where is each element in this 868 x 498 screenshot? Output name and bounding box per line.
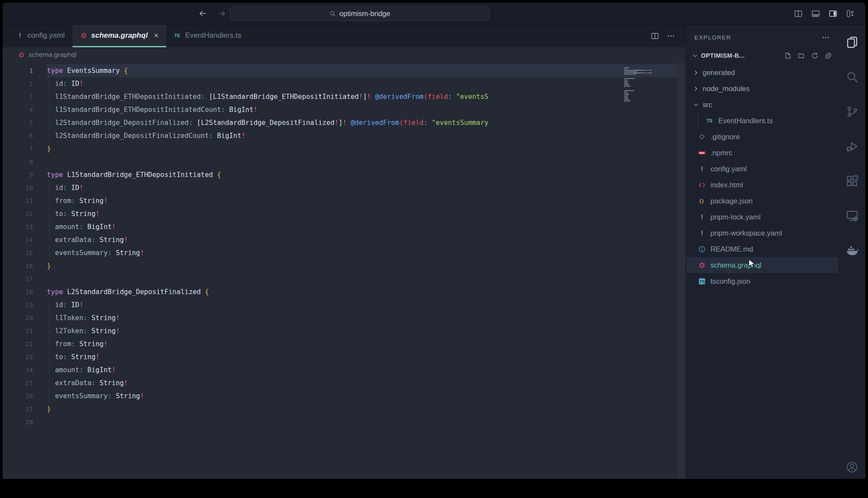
breadcrumb-label: schema.graphql: [29, 51, 76, 59]
activity-account[interactable]: [838, 461, 865, 474]
tab-label: config.yaml: [27, 31, 65, 40]
line-number: 14: [3, 233, 33, 246]
line-number: 10: [3, 181, 33, 194]
activity-extensions[interactable]: [838, 164, 865, 198]
npm-icon: npm: [697, 149, 707, 157]
code-line-17[interactable]: 17: [3, 272, 686, 285]
activity-remote-explorer[interactable]: [838, 198, 865, 233]
file-pnpm-workspace-yaml[interactable]: pnpm-workspace.yaml: [686, 225, 838, 241]
new-file-icon[interactable]: [784, 52, 792, 59]
file-readme-md[interactable]: README.md: [686, 241, 838, 257]
code-line-12[interactable]: 12 to: String!: [3, 207, 686, 220]
code-line-24[interactable]: 24 amount: BigInt!: [3, 364, 686, 377]
svg-text:TS: TS: [700, 279, 704, 284]
code-line-14[interactable]: 14 extraData: String!: [3, 233, 686, 246]
line-number: 5: [3, 116, 33, 129]
layout-controls: [794, 3, 855, 24]
customize-layout-icon[interactable]: [846, 9, 855, 18]
code-line-9[interactable]: 9type L1StandardBridge_ETHDepositInitiat…: [3, 168, 686, 181]
code-line-11[interactable]: 11 from: String!: [3, 194, 686, 207]
search-icon: [329, 10, 336, 17]
file-pnpm-lock-yaml[interactable]: pnpm-lock.yaml: [686, 209, 838, 225]
breadcrumb[interactable]: schema.graphql: [3, 47, 686, 62]
line-number: 25: [3, 377, 33, 390]
editor-scrollbar[interactable]: [677, 62, 686, 479]
code-line-3[interactable]: 3 l1StandardBridge_ETHDepositInitiated: …: [3, 90, 686, 103]
split-editor-icon[interactable]: [651, 32, 659, 40]
line-number: 21: [3, 324, 33, 337]
code-line-13[interactable]: 13 amount: BigInt!: [3, 220, 686, 233]
code-line-5[interactable]: 5 l2StandardBridge_DepositFinalized: [L2…: [3, 116, 686, 129]
activity-run-debug[interactable]: [838, 129, 865, 164]
tab-eventhandlers-ts[interactable]: TSEventHandlers.ts: [166, 25, 249, 47]
forward-arrow-icon[interactable]: [217, 9, 227, 18]
code-line-6[interactable]: 6 l2StandardBridge_DepositFinalizedCount…: [3, 129, 686, 142]
tab-schema-graphql[interactable]: schema.graphql×: [72, 25, 166, 47]
run-debug-icon: [845, 140, 859, 153]
split-editor-icon[interactable]: [794, 9, 803, 18]
file-schema-graphql[interactable]: schema.graphql: [686, 257, 838, 273]
code-line-1[interactable]: 1type EventsSummary {: [3, 64, 686, 77]
more-actions-icon[interactable]: [667, 32, 675, 40]
chevron-down-icon: [692, 53, 698, 59]
command-center[interactable]: optimism-bridge: [230, 6, 490, 21]
explorer-header: EXPLORER: [686, 28, 838, 46]
folder-node-modules[interactable]: node_modules: [686, 81, 838, 97]
code-line-4[interactable]: 4 l1StandardBridge_ETHDepositInitiatedCo…: [3, 103, 686, 116]
code-editor[interactable]: 1type EventsSummary {2 id: ID!3 l1Standa…: [3, 62, 686, 479]
line-number: 23: [3, 351, 33, 364]
code-line-19[interactable]: 19 id: ID!: [3, 298, 686, 311]
code-line-23[interactable]: 23 to: String!: [3, 351, 686, 364]
code-line-22[interactable]: 22 from: String!: [3, 337, 686, 351]
file-package-json[interactable]: {}package.json: [686, 193, 838, 209]
file-gitignore[interactable]: .gitignore: [686, 129, 838, 145]
refresh-icon[interactable]: [811, 52, 819, 59]
code-line-8[interactable]: 8: [3, 155, 686, 168]
code-line-28[interactable]: 28: [3, 416, 686, 429]
svg-text:{}: {}: [699, 199, 704, 203]
line-number: 26: [3, 390, 33, 403]
more-actions-icon[interactable]: [822, 33, 830, 42]
folder-generated[interactable]: generated: [686, 65, 838, 81]
code-line-15[interactable]: 15 eventsSummary: String!: [3, 246, 686, 259]
activity-docker[interactable]: [838, 233, 865, 268]
activity-explorer[interactable]: [838, 25, 865, 59]
file-config-yaml[interactable]: config.yaml: [686, 161, 838, 177]
code-line-16[interactable]: 16}: [3, 259, 686, 272]
code-line-25[interactable]: 25 extraData: String!: [3, 377, 686, 390]
back-arrow-icon[interactable]: [198, 9, 207, 18]
new-folder-icon[interactable]: [798, 52, 805, 59]
line-number: 12: [3, 207, 33, 220]
tree-item-label: EventHandlers.ts: [718, 117, 773, 125]
html-icon: [697, 181, 707, 189]
toggle-panel-icon[interactable]: [811, 9, 820, 18]
account-icon[interactable]: [845, 461, 858, 474]
file-eventhandlers-ts[interactable]: TSEventHandlers.ts: [686, 113, 838, 129]
file-tsconfig-json[interactable]: TStsconfig.json: [686, 273, 838, 289]
code-line-20[interactable]: 20 l1Token: String!: [3, 311, 686, 324]
file-index-html[interactable]: index.html: [686, 177, 838, 193]
line-number: 18: [3, 285, 33, 298]
graphql-icon: [80, 32, 87, 39]
minimap[interactable]: [624, 67, 675, 105]
code-line-10[interactable]: 10 id: ID!: [3, 181, 686, 194]
code-line-27[interactable]: 27}: [3, 403, 686, 416]
file-npmrc[interactable]: npm.npmrc: [686, 145, 838, 161]
code-line-2[interactable]: 2 id: ID!: [3, 77, 686, 90]
tab-config-yaml[interactable]: config.yaml: [9, 25, 72, 47]
toggle-secondary-sidebar-icon[interactable]: [829, 9, 838, 18]
collapse-all-icon[interactable]: [825, 52, 832, 59]
activity-source-control[interactable]: [838, 94, 865, 129]
code-line-18[interactable]: 18type L2StandardBridge_DepositFinalized…: [3, 285, 686, 298]
line-number: 1: [3, 64, 33, 77]
close-icon[interactable]: ×: [154, 31, 158, 40]
code-line-21[interactable]: 21 l2Token: String!: [3, 324, 686, 337]
ts-icon: TS: [174, 32, 181, 39]
file-tree: generatednode_modulessrcTSEventHandlers.…: [686, 65, 838, 479]
activity-search[interactable]: [838, 59, 865, 94]
folder-src[interactable]: src: [686, 97, 838, 113]
tree-item-label: config.yaml: [710, 165, 746, 173]
code-line-7[interactable]: 7}: [3, 142, 686, 155]
code-line-26[interactable]: 26 eventsSummary: String!: [3, 390, 686, 403]
project-root-row[interactable]: OPTIMISM-B...: [686, 48, 838, 63]
